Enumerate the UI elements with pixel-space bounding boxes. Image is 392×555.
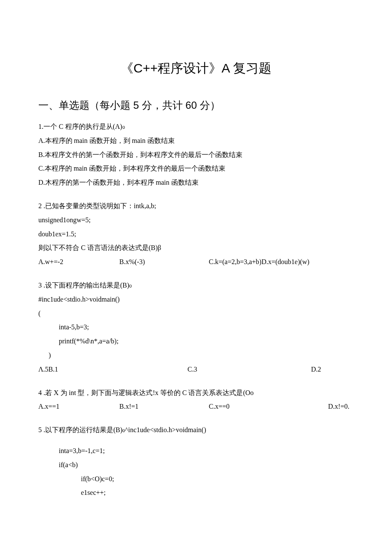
q2-line3: doub1ex=1.5; <box>38 227 354 241</box>
q1-option-c: C.本程序的 main 函数开始，到本程序文件的最后一个函数结束 <box>38 162 354 176</box>
q5-code-line: inta=3,b=-1,c=1; <box>38 444 354 458</box>
q2-line2: unsigned1ongw=5; <box>38 213 354 227</box>
question-3: 3 .设下面程序的输出结果是(B)₀ #inc1ude<stdio.h>void… <box>38 279 354 377</box>
q3-code-line: #inc1ude<stdio.h>voidmain() <box>38 293 354 307</box>
q3-code-line: ) <box>38 349 354 363</box>
q3-stem: 3 .设下面程序的输出结果是(B)₀ <box>38 279 354 293</box>
q3-code-line: inta-5,b=3; <box>38 320 354 334</box>
q4-option-d: D.x!=0. <box>328 400 354 414</box>
q4-options-row: A.x==1 B.x!=1 C.x==0 D.x!=0. <box>38 400 354 414</box>
q3-code-line: printf(*%d\n*,a=a/b); <box>38 334 354 349</box>
q5-code-line: e1sec++; <box>38 486 354 500</box>
q3-option-d: D.2 <box>311 363 354 377</box>
q3-option-ab: Λ.5B.1 <box>38 363 187 377</box>
q2-option-cd: C.k=(a=2,b=3,a+b)D.x=(doub1e)(w) <box>209 255 315 269</box>
question-1: 1.一个 C 程序的执行是从(A)₀ A.本程序的 main 函数开始，到 ma… <box>38 120 354 190</box>
q3-options-row: Λ.5B.1 C.3 D.2 <box>38 363 354 377</box>
q3-option-c: C.3 <box>187 363 311 377</box>
q5-code-line: if(b<O)c=0; <box>38 472 354 486</box>
q1-option-a: A.本程序的 main 函数开始，到 main 函数结束 <box>38 134 354 148</box>
q2-options-row: A.w+=-2 B.x%(-3) C.k=(a=2,b=3,a+b)D.x=(d… <box>38 255 354 269</box>
question-5: 5 .以下程序的运行结果是(B)₀^inc1ude<stdio.h>voidma… <box>38 423 354 500</box>
q4-option-a: A.x==1 <box>38 400 119 414</box>
q1-option-d: D.木程序的第一个函数开始，到本程序 main 函数结束 <box>38 176 354 190</box>
question-2: 2 .已知各变量的类型说明如下：intk,a,b; unsigned1ongw=… <box>38 199 354 269</box>
q2-line4: 则以下不符合 C 语言语法的表达式是(B)β <box>38 241 354 255</box>
q4-option-b: B.x!=1 <box>119 400 209 414</box>
q5-code-line: if(a<b) <box>38 458 354 472</box>
q3-code-line: ( <box>38 307 354 321</box>
q2-option-a: A.w+=-2 <box>38 255 119 269</box>
spacer <box>38 437 354 444</box>
document-page: 《C++程序设计》A 复习题 一、单选题（每小题 5 分，共计 60 分） 1.… <box>0 0 392 535</box>
q4-option-c: C.x==0 <box>209 400 328 414</box>
q1-stem: 1.一个 C 程序的执行是从(A)₀ <box>38 120 354 134</box>
document-title: 《C++程序设计》A 复习题 <box>38 60 354 77</box>
section-heading: 一、单选题（每小题 5 分，共计 60 分） <box>38 99 354 112</box>
question-4: 4 .若 X 为 int 型，则下面与逻辑表达式!x 等价的 C 语言关系表达式… <box>38 386 354 414</box>
q5-stem: 5 .以下程序的运行结果是(B)₀^inc1ude<stdio.h>voidma… <box>38 423 354 437</box>
q4-stem: 4 .若 X 为 int 型，则下面与逻辑表达式!x 等价的 C 语言关系表达式… <box>38 386 354 400</box>
q2-stem: 2 .已知各变量的类型说明如下：intk,a,b; <box>38 199 354 213</box>
q1-option-b: B.本程序文件的第一个函数开始，到本程序文件的最后一个函数结束 <box>38 148 354 162</box>
q2-option-b: B.x%(-3) <box>119 255 209 269</box>
